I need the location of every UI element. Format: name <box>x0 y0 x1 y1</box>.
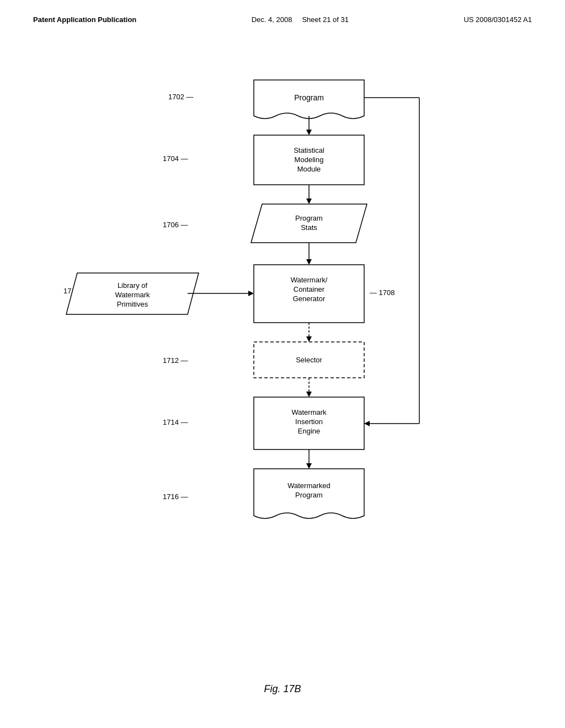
program-label: Program <box>294 93 324 102</box>
arrowhead-5 <box>306 336 312 342</box>
label-1704: 1704 — <box>163 154 188 163</box>
selector-label: Selector <box>296 356 322 364</box>
wmp-line2: Program <box>295 491 323 499</box>
label-1706: 1706 — <box>163 221 188 229</box>
diagram-svg: 1702 — Program 1704 — Statistical Modeli… <box>0 44 565 695</box>
lib-wm-line1: Library of <box>118 281 148 290</box>
wc-gen-line1: Watermark/ <box>291 276 328 284</box>
prog-stats-line2: Stats <box>301 223 317 232</box>
arrowhead-3 <box>306 259 312 265</box>
figure-label: Fig. 17B <box>0 683 565 695</box>
stat-mod-line1: Statistical <box>294 146 324 154</box>
arrowhead-7 <box>306 463 312 469</box>
header-date: Dec. 4, 2008 <box>252 15 292 24</box>
header-date-sheet: Dec. 4, 2008 Sheet 21 of 31 <box>252 15 349 24</box>
label-1702: 1702 — <box>168 93 194 101</box>
wie-line3: Engine <box>298 427 320 435</box>
wc-gen-line2: Container <box>294 285 325 293</box>
label-1708: — 1708 <box>370 288 395 297</box>
arrowhead-2 <box>306 199 312 204</box>
label-1712: 1712 — <box>163 356 188 365</box>
page-header: Patent Application Publication Dec. 4, 2… <box>0 0 565 24</box>
stat-mod-line2: Modeling <box>295 156 324 164</box>
arrowhead-6 <box>306 392 312 397</box>
label-1714: 1714 — <box>163 418 188 426</box>
prog-stats-line1: Program <box>295 214 323 222</box>
header-publication: Patent Application Publication <box>33 15 136 24</box>
arrowhead-feedback <box>364 421 370 426</box>
header-patent-number: US 2008/0301452 A1 <box>463 15 532 24</box>
wc-gen-line3: Generator <box>293 295 326 303</box>
wc-generator-box <box>254 265 364 323</box>
lib-wm-line3: Primitives <box>117 300 148 308</box>
wmp-line1: Watermarked <box>287 481 331 490</box>
stat-mod-line3: Module <box>297 165 321 173</box>
label-1716: 1716 — <box>163 493 188 501</box>
header-sheet: Sheet 21 of 31 <box>302 15 349 24</box>
diagram-area: 1702 — Program 1704 — Statistical Modeli… <box>0 44 565 695</box>
arrowhead-1 <box>306 130 312 135</box>
arrowhead-4 <box>248 291 254 296</box>
wie-line2: Insertion <box>295 417 323 426</box>
lib-wm-line2: Watermark <box>115 291 150 299</box>
wie-line1: Watermark <box>291 408 327 416</box>
